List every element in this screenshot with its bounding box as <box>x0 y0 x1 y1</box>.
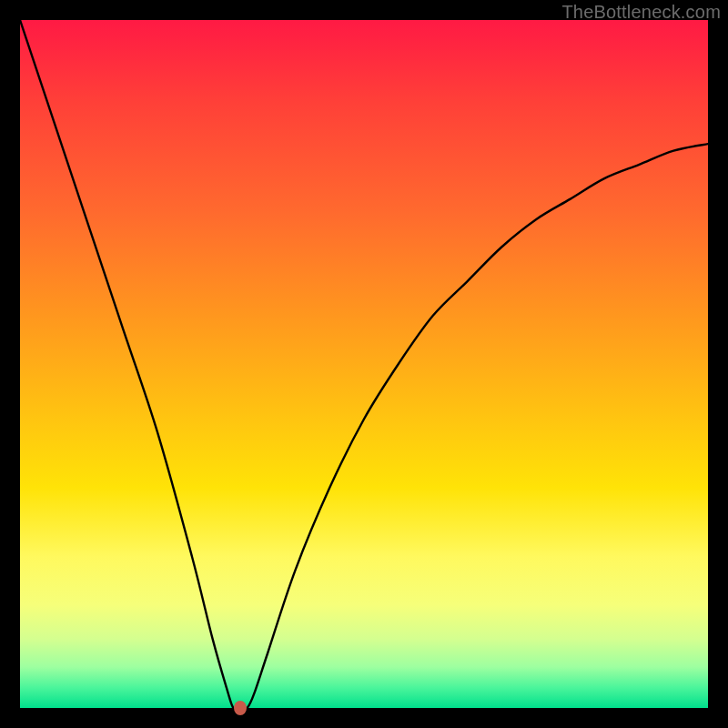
chart-frame: TheBottleneck.com <box>0 0 728 728</box>
bottleneck-curve <box>20 20 708 708</box>
optimum-marker <box>234 701 247 715</box>
plot-area <box>20 20 708 708</box>
